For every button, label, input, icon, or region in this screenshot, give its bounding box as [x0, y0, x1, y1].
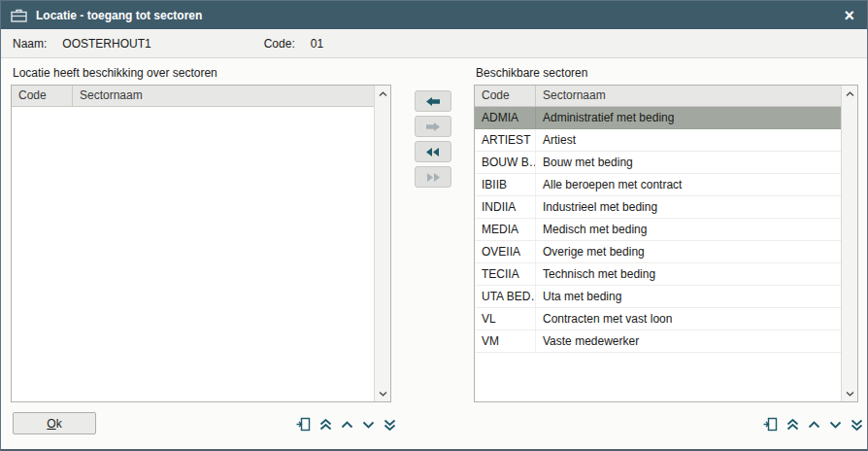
move-left-button[interactable]: [415, 90, 451, 112]
table-row[interactable]: ADMIAAdministratief met beding: [475, 107, 841, 129]
scroll-up-button[interactable]: [338, 414, 356, 435]
arrow-right-icon: [425, 121, 441, 132]
goto-row-button[interactable]: [760, 414, 781, 435]
double-arrow-right-icon: [425, 172, 441, 183]
chevron-down-icon: [829, 421, 842, 429]
row-sectornaam: Bouw met beding: [536, 152, 841, 173]
move-all-left-button[interactable]: [415, 141, 451, 162]
row-code: OVEIIA: [475, 241, 536, 262]
table-row[interactable]: INDIIAIndustrieel met beding: [475, 196, 841, 219]
table-row[interactable]: TECIIATechnisch met beding: [475, 263, 841, 286]
table-row[interactable]: UTA BED…Uta met beding: [475, 286, 841, 308]
scroll-to-bottom-button[interactable]: [381, 414, 399, 435]
row-sectornaam: Overige met beding: [536, 241, 841, 262]
row-code: TECIIA: [475, 263, 536, 285]
arrow-left-icon: [425, 96, 441, 107]
transfer-buttons: [415, 90, 451, 188]
scroll-down-arrow-icon[interactable]: [842, 385, 857, 401]
left-panel-title: Locatie heeft beschikking over sectoren: [13, 66, 217, 80]
scroll-to-top-button[interactable]: [317, 414, 335, 435]
row-sectornaam: Uta met beding: [536, 286, 841, 307]
chevron-up-icon: [341, 421, 353, 429]
double-chevron-down-icon: [384, 419, 396, 431]
column-header-code[interactable]: Code: [475, 86, 536, 106]
row-sectornaam: Alle beroepen met contract: [536, 174, 841, 195]
chevron-down-icon: [362, 421, 375, 429]
row-code: UTA BED…: [475, 286, 536, 307]
scroll-down-button[interactable]: [826, 414, 845, 435]
chevron-up-icon: [808, 421, 820, 429]
double-chevron-up-icon: [319, 419, 332, 431]
naam-label: Naam:: [13, 37, 47, 51]
row-code: ADMIA: [475, 107, 536, 128]
scroll-to-top-button[interactable]: [784, 414, 802, 435]
assigned-sectors-body: [12, 107, 374, 401]
dialog-window: Locatie - toegang tot sectoren × Naam: O…: [0, 0, 868, 451]
row-code: MEDIA: [475, 219, 536, 240]
scroll-up-button[interactable]: [805, 414, 823, 435]
scroll-down-button[interactable]: [359, 414, 378, 435]
table-row[interactable]: MEDIAMedisch met beding: [475, 219, 841, 241]
row-sectornaam: Artiest: [536, 129, 841, 151]
page-arrow-icon: [763, 417, 778, 432]
double-chevron-down-icon: [851, 419, 863, 431]
row-sectornaam: Administratief met beding: [536, 107, 841, 128]
title-bar: Locatie - toegang tot sectoren ×: [1, 1, 867, 29]
scroll-to-bottom-button[interactable]: [848, 414, 866, 435]
row-code: VL: [475, 308, 536, 330]
row-code: BOUW B…: [475, 152, 536, 173]
ok-button[interactable]: Ok: [13, 412, 96, 434]
double-arrow-left-icon: [425, 147, 441, 157]
table-header: Code Sectornaam: [475, 86, 841, 107]
move-all-right-button[interactable]: [415, 166, 451, 188]
row-sectornaam: Contracten met vast loon: [536, 308, 841, 330]
table-row[interactable]: ARTIESTArtiest: [475, 129, 841, 152]
assigned-sectors-table: Code Sectornaam: [11, 85, 391, 402]
scrollbar[interactable]: [841, 86, 857, 401]
right-record-nav: [760, 413, 866, 435]
right-panel-title: Beschikbare sectoren: [476, 66, 587, 80]
column-header-code[interactable]: Code: [12, 86, 73, 106]
row-sectornaam: Medisch met beding: [536, 219, 841, 240]
row-sectornaam: Industrieel met beding: [536, 196, 841, 218]
scroll-track[interactable]: [375, 102, 390, 385]
row-code: VM: [475, 330, 536, 352]
row-sectornaam: Technisch met beding: [536, 263, 841, 285]
page-arrow-icon: [296, 417, 311, 432]
scrollbar[interactable]: [374, 86, 390, 401]
scroll-down-arrow-icon[interactable]: [375, 385, 390, 401]
naam-value: OOSTERHOUT1: [62, 37, 150, 51]
code-value: 01: [311, 37, 323, 51]
table-row[interactable]: VMVaste medewerker: [475, 330, 841, 353]
available-sectors-body: ADMIAAdministratief met bedingARTIESTArt…: [475, 107, 841, 401]
column-header-sectornaam[interactable]: Sectornaam: [73, 86, 374, 106]
table-row[interactable]: VLContracten met vast loon: [475, 308, 841, 330]
double-chevron-up-icon: [786, 419, 799, 431]
close-icon[interactable]: ×: [841, 7, 857, 24]
ok-label: Ok: [47, 417, 61, 431]
row-code: IBIIB: [475, 174, 536, 195]
table-header: Code Sectornaam: [12, 86, 374, 107]
column-header-sectornaam[interactable]: Sectornaam: [536, 86, 841, 106]
record-header: Naam: OOSTERHOUT1 Code: 01: [1, 29, 867, 58]
briefcase-icon: [11, 9, 27, 22]
window-title: Locatie - toegang tot sectoren: [36, 9, 832, 22]
row-sectornaam: Vaste medewerker: [536, 330, 841, 352]
goto-row-button[interactable]: [293, 414, 314, 435]
row-code: INDIIA: [475, 196, 536, 218]
scroll-up-arrow-icon[interactable]: [842, 86, 857, 102]
table-row[interactable]: OVEIIAOverige met beding: [475, 241, 841, 263]
left-record-nav: [293, 413, 399, 435]
scroll-track[interactable]: [842, 102, 857, 385]
available-sectors-table: Code Sectornaam ADMIAAdministratief met …: [474, 85, 858, 402]
code-label: Code:: [264, 37, 295, 51]
move-right-button[interactable]: [415, 116, 451, 137]
table-row[interactable]: BOUW B…Bouw met beding: [475, 152, 841, 174]
table-row[interactable]: IBIIBAlle beroepen met contract: [475, 174, 841, 196]
row-code: ARTIEST: [475, 129, 536, 151]
scroll-up-arrow-icon[interactable]: [375, 86, 390, 102]
